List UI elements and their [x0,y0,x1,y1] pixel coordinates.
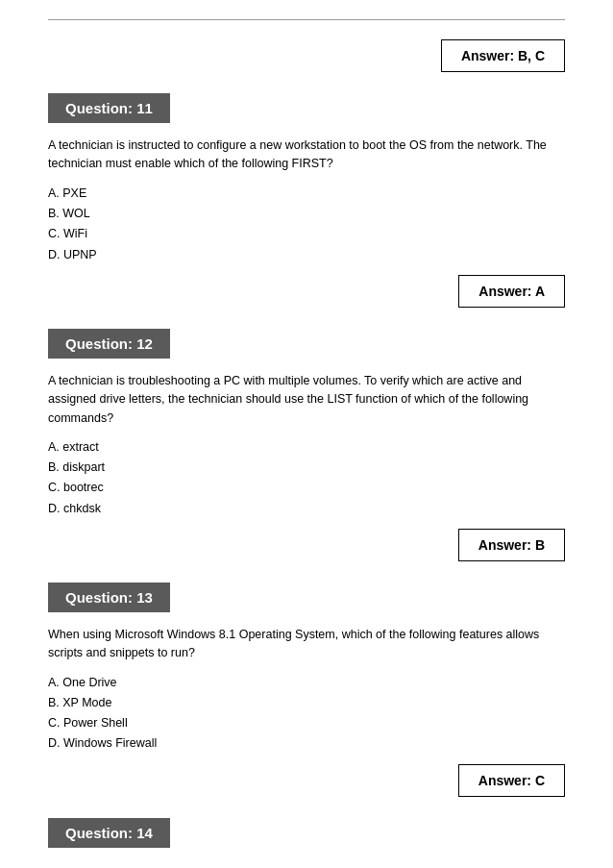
option-11-c: C. WiFi [48,224,565,244]
option-13-a: A. One Drive [48,673,565,693]
top-divider [48,19,565,20]
option-12-c: C. bootrec [48,478,565,498]
option-13-c: C. Power Shell [48,713,565,733]
answer-b-label: Answer: B [478,537,545,553]
question-12-header: Question: 12 [48,329,170,359]
option-12-d: D. chkdsk [48,499,565,519]
question-12-options: A. extract B. diskpart C. bootrec D. chk… [48,437,565,519]
question-14-header: Question: 14 [48,818,170,848]
answer-bc-box: Answer: B, C [441,39,565,72]
answer-c-row: Answer: C [48,764,565,806]
question-11-header: Question: 11 [48,93,170,123]
question-14-block: Question: 14 [48,818,565,861]
answer-bc-label: Answer: B, C [461,48,545,63]
option-11-a: A. PXE [48,184,565,204]
answer-bc-row: Answer: B, C [48,39,565,82]
question-13-header: Question: 13 [48,583,170,612]
question-11-block: Question: 11 A technician is instructed … [48,93,565,265]
answer-c-box: Answer: C [458,764,565,797]
question-13-text: When using Microsoft Windows 8.1 Operati… [48,626,565,663]
option-11-b: B. WOL [48,204,565,224]
question-13-options: A. One Drive B. XP Mode C. Power Shell D… [48,673,565,755]
option-11-d: D. UPNP [48,245,565,265]
option-12-a: A. extract [48,437,565,458]
question-11-options: A. PXE B. WOL C. WiFi D. UPNP [48,184,565,265]
answer-b-row: Answer: B [48,529,565,571]
answer-a-box: Answer: A [458,275,565,308]
option-13-b: B. XP Mode [48,693,565,713]
question-12-text: A technician is troubleshooting a PC wit… [48,372,565,428]
page-container: Answer: B, C Question: 11 A technician i… [0,0,613,868]
option-12-b: B. diskpart [48,458,565,478]
question-13-block: Question: 13 When using Microsoft Window… [48,583,565,755]
answer-b-box: Answer: B [458,529,565,561]
answer-a-row: Answer: A [48,275,565,317]
option-13-d: D. Windows Firewall [48,733,565,754]
answer-c-label: Answer: C [478,773,545,788]
question-11-text: A technician is instructed to configure … [48,136,565,174]
question-12-block: Question: 12 A technician is troubleshoo… [48,329,565,519]
answer-a-label: Answer: A [478,284,545,299]
